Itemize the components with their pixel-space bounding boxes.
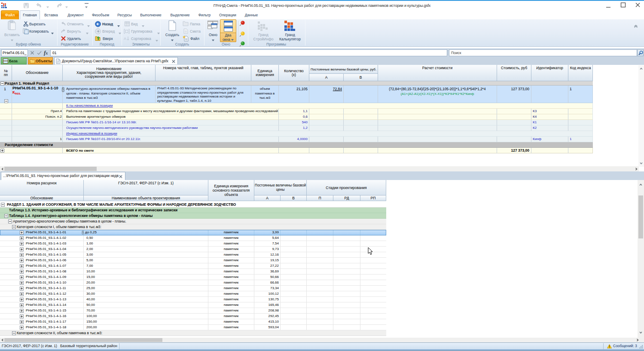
svg-text:А: А [124, 37, 126, 41]
